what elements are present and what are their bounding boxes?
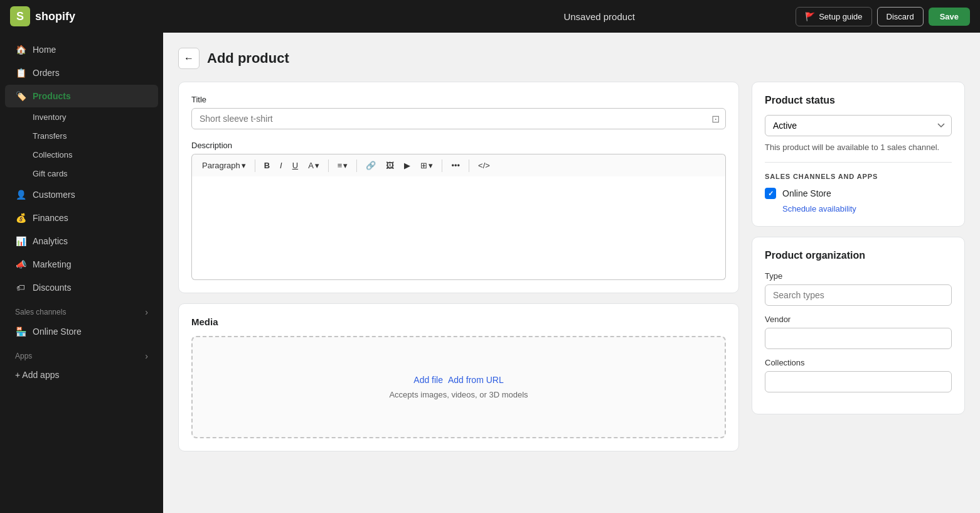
logo-text: shopify <box>35 10 75 23</box>
page-document-title: Unsaved product <box>403 11 796 22</box>
sidebar-item-gift-cards[interactable]: Gift cards <box>5 165 158 183</box>
paragraph-chevron-icon: ▾ <box>242 161 246 170</box>
paragraph-dropdown[interactable]: Paragraph ▾ <box>198 158 250 173</box>
schedule-availability-link[interactable]: Schedule availability <box>765 204 952 213</box>
collections-input[interactable] <box>765 371 952 392</box>
apps-section: Apps › <box>0 343 163 364</box>
status-hint: This product will be available to 1 sale… <box>765 143 952 152</box>
sidebar-item-home[interactable]: 🏠 Home <box>5 38 158 61</box>
save-button[interactable]: Save <box>929 8 970 26</box>
sidebar-item-discounts[interactable]: 🏷 Discounts <box>5 276 158 299</box>
product-status-title: Product status <box>765 95 952 106</box>
sidebar: 🏠 Home 📋 Orders 🏷️ Products Inventory Tr… <box>0 33 163 513</box>
home-icon: 🏠 <box>15 44 26 55</box>
toolbar-divider-5 <box>469 159 469 172</box>
italic-button[interactable]: I <box>276 158 286 173</box>
toolbar-divider-3 <box>356 159 357 172</box>
back-button[interactable]: ← <box>178 48 200 69</box>
collections-org-label: Collections <box>765 358 952 367</box>
online-store-icon: 🏪 <box>15 326 26 337</box>
left-column: Title ⊡ Description Paragraph ▾ <box>178 82 739 462</box>
page-title: Add product <box>207 50 289 67</box>
more-button[interactable]: ••• <box>447 158 464 173</box>
setup-guide-button[interactable]: 🚩 Setup guide <box>796 7 871 26</box>
align-chevron: ▾ <box>343 161 348 170</box>
customers-icon: 👤 <box>15 189 26 200</box>
sales-channels-label: SALES CHANNELS AND APPS <box>765 173 952 180</box>
toolbar-divider-4 <box>442 159 442 172</box>
sidebar-item-analytics[interactable]: 📊 Analytics <box>5 230 158 252</box>
bold-button[interactable]: B <box>260 158 274 173</box>
sidebar-item-marketing[interactable]: 📣 Marketing <box>5 253 158 276</box>
sidebar-item-add-apps[interactable]: + Add apps <box>5 364 158 386</box>
sidebar-item-collections[interactable]: Collections <box>5 146 158 164</box>
content-grid: Title ⊡ Description Paragraph ▾ <box>178 82 965 462</box>
link-button[interactable]: 🔗 <box>362 158 380 173</box>
org-title: Product organization <box>765 250 952 261</box>
title-input[interactable] <box>191 108 726 129</box>
toolbar-divider-1 <box>255 159 255 172</box>
logo-icon: S <box>10 6 30 26</box>
description-body[interactable] <box>191 176 726 280</box>
description-toolbar: Paragraph ▾ B I U A ▾ <box>191 154 726 176</box>
products-icon: 🏷️ <box>15 90 26 102</box>
channel-row: Online Store <box>765 188 952 199</box>
vendor-label: Vendor <box>765 315 952 324</box>
sidebar-item-online-store[interactable]: 🏪 Online Store <box>5 320 158 343</box>
align-button[interactable]: ≡ ▾ <box>334 158 352 173</box>
online-store-channel-label: Online Store <box>782 188 831 198</box>
divider <box>765 162 952 163</box>
right-panel: Product status Active Draft This product… <box>752 82 965 462</box>
title-label: Title <box>191 95 726 104</box>
sidebar-item-products[interactable]: 🏷️ Products <box>5 85 158 107</box>
font-color-button[interactable]: A ▾ <box>304 158 323 173</box>
media-title: Media <box>191 316 726 327</box>
code-button[interactable]: </> <box>474 158 494 173</box>
vendor-input[interactable] <box>765 328 952 349</box>
discard-button[interactable]: Discard <box>877 7 924 26</box>
analytics-icon: 📊 <box>15 235 26 247</box>
sidebar-item-transfers[interactable]: Transfers <box>5 127 158 145</box>
media-hint: Accepts images, videos, or 3D models <box>205 390 712 399</box>
layout: 🏠 Home 📋 Orders 🏷️ Products Inventory Tr… <box>0 33 980 513</box>
page-header: ← Add product <box>178 48 965 69</box>
add-url-button[interactable]: Add from URL <box>448 375 504 385</box>
type-field: Type <box>765 271 952 306</box>
product-organization-card: Product organization Type Vendor Collect… <box>752 237 965 414</box>
type-input[interactable] <box>765 284 952 306</box>
apps-expand-icon[interactable]: › <box>145 351 148 361</box>
product-status-card: Product status Active Draft This product… <box>752 82 965 227</box>
description-section: Description Paragraph ▾ B I U A <box>191 141 726 280</box>
online-store-checkbox[interactable] <box>765 188 776 199</box>
media-drop-links: Add file Add from URL <box>205 375 712 385</box>
font-color-chevron: ▾ <box>315 161 319 170</box>
video-button[interactable]: ▶ <box>400 158 414 173</box>
underline-button[interactable]: U <box>289 158 302 173</box>
description-label: Description <box>191 141 726 150</box>
orders-icon: 📋 <box>15 67 26 78</box>
sales-channels-section: Sales channels › <box>0 300 163 320</box>
table-chevron: ▾ <box>429 161 433 170</box>
topbar-actions: 🚩 Setup guide Discard Save <box>796 7 970 26</box>
image-button[interactable]: 🖼 <box>382 158 398 173</box>
sales-channels-expand-icon[interactable]: › <box>145 307 148 317</box>
sidebar-item-inventory[interactable]: Inventory <box>5 108 158 126</box>
media-drop-zone[interactable]: Add file Add from URL Accepts images, vi… <box>191 336 726 438</box>
ai-icon: ⊡ <box>711 113 720 125</box>
vendor-field: Vendor <box>765 315 952 349</box>
type-label: Type <box>765 271 952 281</box>
discounts-icon: 🏷 <box>15 282 26 293</box>
marketing-icon: 📣 <box>15 259 26 270</box>
main-content: ← Add product Title ⊡ Description <box>163 33 980 513</box>
topbar: S shopify Unsaved product 🚩 Setup guide … <box>0 0 980 33</box>
sidebar-item-orders[interactable]: 📋 Orders <box>5 62 158 84</box>
title-input-wrap: ⊡ <box>191 108 726 129</box>
sidebar-item-finances[interactable]: 💰 Finances <box>5 207 158 229</box>
sidebar-item-customers[interactable]: 👤 Customers <box>5 183 158 206</box>
logo: S shopify <box>10 6 403 26</box>
media-card: Media Add file Add from URL Accepts imag… <box>178 303 739 451</box>
status-select[interactable]: Active Draft <box>765 115 952 136</box>
add-file-button[interactable]: Add file <box>413 375 443 385</box>
collections-field: Collections <box>765 358 952 392</box>
table-button[interactable]: ⊞ ▾ <box>417 158 437 173</box>
